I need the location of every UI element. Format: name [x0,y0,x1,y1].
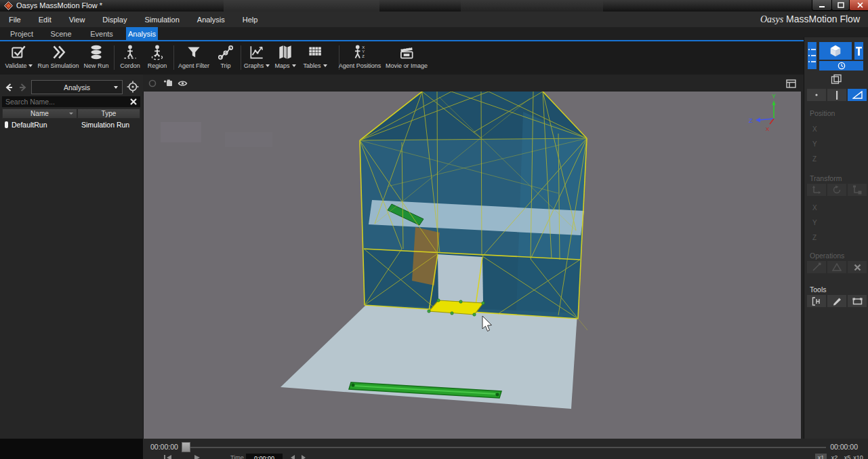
menu-simulation[interactable]: Simulation [136,16,188,24]
toolbar-separator [114,45,115,70]
sort-caret-icon [69,113,73,115]
speed-x10-button[interactable]: x10 [852,454,864,459]
back-arrow-button[interactable] [3,82,14,93]
maximize-button[interactable] [831,0,850,11]
tool-frame-button[interactable] [807,295,826,307]
geometry-point-button[interactable] [807,89,826,101]
svg-text:Z: Z [749,117,753,124]
database-icon [80,43,112,62]
new-run-button[interactable]: New Run [80,43,112,73]
run-simulation-button[interactable]: Run Simulation [33,43,84,73]
tab-analysis[interactable]: Analysis [126,27,158,40]
table-header: Name Type [2,108,140,119]
time-input[interactable]: 0:00:00 [246,454,283,459]
agent-positions-button[interactable]: XYZ Agent Positions [337,43,383,73]
step-back-icon[interactable] [163,454,173,459]
close-button[interactable] [849,0,868,11]
menu-file[interactable]: File [0,16,30,24]
position-y-label: Y [812,140,817,148]
column-header-type[interactable]: Type [77,108,140,119]
forward-arrow-button[interactable] [18,82,28,93]
geometry-line-button[interactable] [827,89,846,101]
hammer-tool-button[interactable] [854,42,863,60]
speed-x2-button[interactable]: x2 [829,454,840,459]
tab-project[interactable]: Project [7,27,37,40]
dropdown-caret-icon [292,64,296,67]
transform-translate-button[interactable] [807,184,826,196]
agent-filter-button[interactable]: Agent Filter [175,43,213,73]
scene-list-button[interactable] [808,42,817,69]
title-bar[interactable]: Oasys MassMotion Flow * [0,0,868,12]
properties-panel: Position X Y Z Transform X Y Z Operation… [804,37,868,439]
maps-button[interactable]: Maps [270,43,300,73]
tables-button[interactable]: Tables [299,43,331,73]
menu-analysis[interactable]: Analysis [188,16,234,24]
tab-scene[interactable]: Scene [46,27,76,40]
menu-help[interactable]: Help [234,16,267,24]
region-button[interactable]: Region [144,43,171,73]
graphs-button[interactable]: Graphs [241,43,272,73]
transform-y-label: Y [812,219,817,226]
timeline-slider-handle[interactable] [182,442,190,452]
operation-split-button[interactable] [807,261,826,273]
svg-text:Z: Z [362,54,365,58]
validate-button[interactable]: Validate [2,43,36,73]
transform-snap-button[interactable] [848,184,867,196]
timeline-end-time: 00:00:00 [830,443,858,451]
object-cube-button[interactable] [819,42,852,60]
operation-delete-button[interactable] [848,261,867,273]
transform-x-label: X [812,204,817,212]
viewport-3d-canvas[interactable]: Y Z X [143,92,801,439]
titlebar-artifact [461,0,603,12]
transform-rotate-button[interactable] [827,184,846,196]
agent-xyz-icon: XYZ [337,43,383,62]
tool-pencil-button[interactable] [827,295,846,307]
trip-path-icon [215,43,236,62]
time-clock-button[interactable] [819,61,863,71]
layout-icon[interactable] [786,79,795,87]
time-step-right-icon[interactable] [300,454,307,459]
movie-or-image-button[interactable]: Movie or Image [383,43,430,73]
position-z-label: Z [812,155,817,163]
context-dropdown[interactable]: Analysis [31,80,123,94]
camera-icon[interactable] [163,79,173,87]
play-icon[interactable] [193,454,201,459]
tab-events[interactable]: Events [87,27,117,40]
column-header-name[interactable]: Name [2,108,77,119]
timeline-bar: 00:00:00 00:00:00 Time 0:00:00 x1 x2 x5 … [143,439,868,459]
menu-view[interactable]: View [60,16,94,24]
tool-rectangle-button[interactable] [848,295,867,307]
speed-x1-button[interactable]: x1 [815,454,827,459]
record-circle-icon[interactable] [148,79,158,87]
operation-triangulate-button[interactable] [827,261,846,273]
search-input[interactable] [2,98,129,106]
menu-display[interactable]: Display [94,16,136,24]
table-grid-icon [299,43,331,62]
timeline-start-time: 00:00:00 [150,443,178,451]
graph-icon [241,43,272,62]
analysis-toolbar: Validate Run Simulation New Run Cordon R… [0,41,804,75]
dropdown-caret-icon [266,64,270,67]
geometry-polygon-button[interactable] [848,89,867,101]
position-section-title: Position [810,109,835,117]
tools-section-title: Tools [810,285,827,294]
speed-x5-button[interactable]: x5 [842,454,853,459]
menu-bar: File Edit View Display Simulation Analys… [0,12,868,27]
agent-region-icon [144,43,171,62]
svg-text:X: X [362,45,365,49]
trip-button[interactable]: Trip [215,43,236,73]
timeline-track[interactable] [190,447,826,448]
massmotion-logo-icon [4,1,13,10]
time-step-left-icon[interactable] [289,454,296,459]
menu-edit[interactable]: Edit [30,16,60,24]
brand-logo-text: Oasys MassMotion Flow [760,14,860,25]
minimize-button[interactable] [812,0,832,11]
app-window: Oasys MassMotion Flow * File Edit View D… [0,0,868,459]
dropdown-caret-icon [114,86,118,89]
locate-target-button[interactable] [126,80,140,94]
cordon-button[interactable]: Cordon [115,43,145,73]
window-title: Oasys MassMotion Flow * [16,1,102,9]
table-row-defaultrun[interactable]: DefaultRun Simulation Run [2,119,140,129]
eye-icon[interactable] [178,79,187,87]
clear-search-icon[interactable] [129,97,138,106]
